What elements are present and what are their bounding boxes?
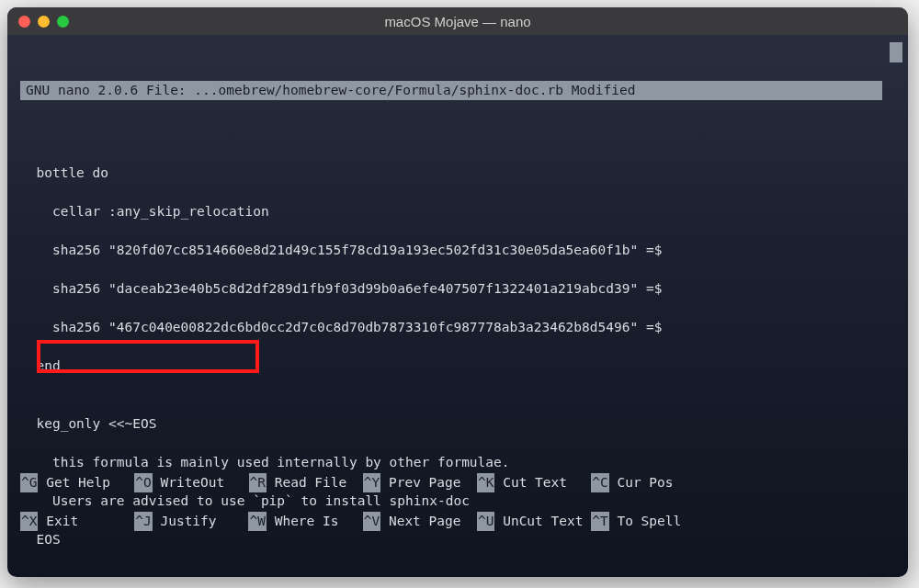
shortcut-label: Cur Pos <box>617 475 673 490</box>
code-line <box>20 125 899 144</box>
shortcut-key[interactable]: ^O <box>134 473 152 492</box>
shortcut-label: Read File <box>275 475 347 490</box>
shortcut-label: Justify <box>160 514 216 528</box>
window-controls <box>18 16 69 28</box>
shortcut-label: Next Page <box>389 514 461 528</box>
shortcut-key[interactable]: ^V <box>363 512 380 531</box>
terminal-window: macOS Mojave — nano GNU nano 2.0.6 File:… <box>7 7 908 577</box>
shortcut-label: Prev Page <box>389 475 461 490</box>
shortcut-key[interactable]: ^Y <box>363 473 380 492</box>
window-title: macOS Mojave — nano <box>7 14 908 29</box>
code-line: end <box>20 356 899 376</box>
code-line: cellar :any_skip_relocation <box>20 202 899 221</box>
shortcut-label: Cut Text <box>503 475 567 490</box>
minimize-icon[interactable] <box>38 16 50 28</box>
nano-header: GNU nano 2.0.6 File: ...omebrew/homebrew… <box>20 81 882 100</box>
nano-header-status: Modified <box>572 83 636 97</box>
close-icon[interactable] <box>18 16 30 28</box>
code-line: sha256 "daceab23e40b5c8d2df289d1fb9f03d9… <box>20 279 899 299</box>
shortcut-label: UnCut Text <box>503 514 583 528</box>
shortcut-key[interactable]: ^W <box>248 512 266 531</box>
shortcut-key[interactable]: ^X <box>20 512 38 531</box>
code-line: bottle do <box>20 164 899 183</box>
shortcut-label: WriteOut <box>160 475 224 490</box>
shortcut-key[interactable]: ^J <box>134 512 152 531</box>
zoom-icon[interactable] <box>57 16 69 28</box>
nano-shortcuts: ^G Get Help ^O WriteOut ^R Read File ^Y … <box>20 454 895 570</box>
nano-header-file: GNU nano 2.0.6 File: ...omebrew/homebrew… <box>26 83 563 97</box>
shortcut-label: Exit <box>46 514 78 528</box>
shortcut-key[interactable]: ^C <box>591 473 608 492</box>
code-line: keg_only <<~EOS <box>20 414 899 434</box>
shortcut-key[interactable]: ^G <box>20 473 38 492</box>
code-line: sha256 "467c040e00822dc6bd0cc2d7c0c8d70d… <box>20 318 899 337</box>
titlebar: macOS Mojave — nano <box>7 7 908 35</box>
shortcut-key[interactable]: ^R <box>249 473 267 492</box>
shortcut-row: ^G Get Help ^O WriteOut ^R Read File ^Y … <box>20 473 895 492</box>
shortcut-row: ^X Exit ^J Justify ^W Where Is ^V Next P… <box>20 512 895 531</box>
shortcut-label: Where Is <box>275 514 339 528</box>
shortcut-label: Get Help <box>46 475 110 490</box>
shortcut-key[interactable]: ^K <box>477 473 494 492</box>
shortcut-key[interactable]: ^U <box>477 512 494 531</box>
shortcut-label: To Spell <box>617 514 681 528</box>
code-line: sha256 "820fd07cc8514660e8d21d49c155f78c… <box>20 241 899 260</box>
shortcut-key[interactable]: ^T <box>591 512 608 531</box>
